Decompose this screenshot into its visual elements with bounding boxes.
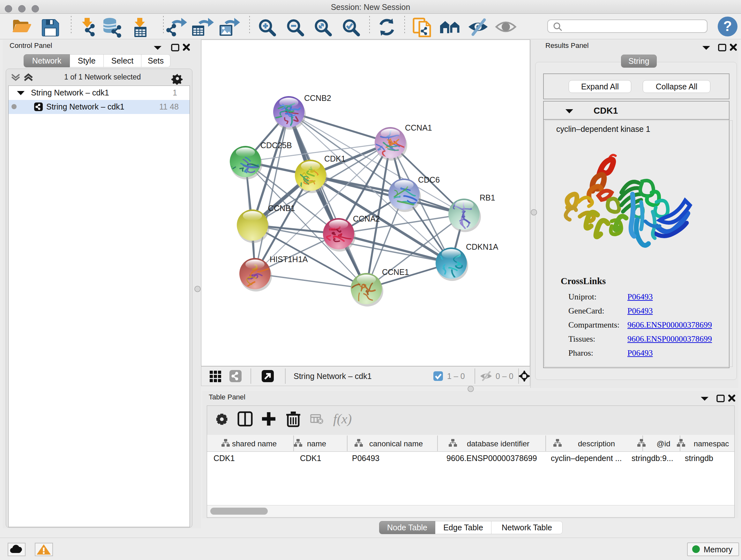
- svg-text:CDC6: CDC6: [418, 175, 440, 184]
- svg-text:@id: @id: [657, 439, 670, 448]
- svg-text:HIST1H1A: HIST1H1A: [270, 255, 308, 264]
- svg-text:CCNB1: CCNB1: [268, 204, 295, 212]
- svg-text:?: ?: [724, 18, 732, 34]
- svg-text:0 – 0: 0 – 0: [495, 372, 514, 381]
- svg-text:CDKN1A: CDKN1A: [466, 242, 498, 251]
- svg-text:1 – 0: 1 – 0: [447, 372, 465, 381]
- svg-text:CCNA2: CCNA2: [353, 214, 380, 223]
- svg-text:description: description: [578, 439, 615, 448]
- svg-text:CDC25B: CDC25B: [260, 141, 292, 150]
- svg-text:CCNB2: CCNB2: [304, 94, 331, 103]
- svg-text:RB1: RB1: [480, 193, 495, 202]
- svg-text:CCNE1: CCNE1: [382, 267, 409, 276]
- svg-text:canonical name: canonical name: [369, 439, 423, 448]
- svg-text:CCNA1: CCNA1: [405, 123, 432, 132]
- svg-text:shared name: shared name: [232, 439, 277, 448]
- svg-text:namespac: namespac: [694, 439, 729, 448]
- svg-text:f(x): f(x): [333, 412, 352, 427]
- svg-text:CDK1: CDK1: [324, 154, 346, 163]
- svg-text:String Network – cdk1: String Network – cdk1: [293, 372, 372, 381]
- svg-text:database identifier: database identifier: [467, 439, 529, 448]
- svg-text:name: name: [307, 439, 326, 448]
